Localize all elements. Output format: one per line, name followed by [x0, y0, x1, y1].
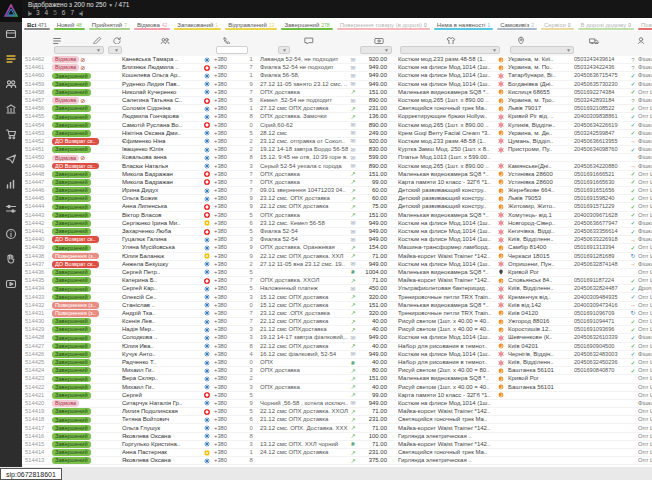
sidebar-item-sliders[interactable] [0, 197, 22, 222]
client-phone[interactable]: +380 [214, 359, 242, 366]
client-phone[interactable]: +380 [214, 416, 242, 423]
order-row[interactable]: 514433ЗавершенийОлексій Се..+380315.12 с… [22, 293, 652, 301]
order-row[interactable]: 514445ЗавершенийОльга Божик+380923.12 см… [22, 195, 652, 203]
status-badge[interactable]: Завершений [52, 277, 91, 284]
ttn-number[interactable]: 0503243422436 [574, 64, 628, 71]
ttn-number[interactable]: 0501691665630 [574, 179, 628, 186]
order-row[interactable]: 514448ЗавершенийМикола Бадражан+3807ОПХ … [22, 171, 652, 179]
client-phone[interactable]: +380 [214, 154, 242, 161]
tab-9[interactable]: Самовивіз2 [495, 18, 539, 31]
status-badge[interactable]: Завершений [52, 441, 91, 448]
order-row[interactable]: 514439ЗавершенийУляна Мусійовська+3809ОП… [22, 244, 652, 252]
order-row[interactable]: 514447ЗавершенийМикола Бадражан+3807ОПХ … [22, 179, 652, 187]
product-filter-select[interactable]: ▼ [400, 46, 500, 54]
ttn-number[interactable]: 20450632824487 [574, 285, 628, 292]
status-badge[interactable]: Завершений [52, 105, 91, 112]
ttn-number[interactable]: 20450634220880 [574, 163, 628, 170]
ttn-number[interactable]: 20450634098760 [574, 146, 628, 153]
tab-all[interactable]: Всі471 [22, 18, 52, 31]
order-row[interactable]: 514421ЗавершенийСергей+3805↗99.00Карта п… [22, 392, 652, 400]
tab-6[interactable]: Завершений278 [279, 18, 334, 31]
status-badge[interactable]: Відмова [52, 155, 79, 162]
order-row[interactable]: 514432Повернення (з..Станіслав ..+380015… [22, 302, 652, 310]
order-row[interactable]: 514423ЗавершенийВера Скляр..+3802↗151.00… [22, 375, 652, 383]
client-phone[interactable]: +380 [214, 302, 242, 309]
client-phone[interactable]: +380 [214, 187, 242, 194]
order-row[interactable]: 514442ЗавершенийСергіюнко Ірина Ми..+380… [22, 220, 652, 228]
status-badge[interactable]: Завершений [52, 195, 91, 202]
city-filter-select[interactable]: ▼ [510, 46, 574, 54]
ttn-number[interactable]: 20450632874148 [574, 261, 628, 268]
first-page-button[interactable]: |« [28, 10, 31, 16]
order-row[interactable]: 514418ЗавершенийТетяна Войтович+380621.1… [22, 416, 652, 424]
client-phone[interactable]: +380 [214, 64, 242, 71]
sidebar-item-dashboard[interactable] [0, 22, 22, 47]
ttn-number[interactable]: 20450632610339 [574, 334, 628, 341]
client-phone[interactable]: +380 [214, 105, 242, 112]
sip-status[interactable]: sip:0672818601 [0, 468, 62, 480]
order-row[interactable]: 514457Відмова⊘Салегина Татьяна С..+3805К… [22, 97, 652, 105]
ttn-number[interactable]: 0501691598240 [574, 195, 628, 202]
status-badge[interactable]: Завершений [52, 286, 91, 293]
ttn-number[interactable]: 20450633356614 [574, 228, 628, 235]
client-phone[interactable]: +380 [214, 203, 242, 210]
order-row[interactable]: 514456ЗавершенийСоломія Сідоніна+380127.… [22, 105, 652, 113]
client-phone[interactable]: +380 [214, 433, 242, 440]
tab-3[interactable]: Відмова42 [132, 18, 172, 31]
client-phone[interactable]: +380 [214, 343, 242, 350]
sidebar-item-hand[interactable] [0, 247, 22, 272]
client-phone[interactable]: +380 [214, 220, 242, 227]
client-phone[interactable]: +380 [214, 89, 242, 96]
client-phone[interactable]: +380 [214, 228, 242, 235]
client-phone[interactable]: +380 [214, 72, 242, 79]
sidebar-item-video[interactable] [0, 272, 22, 297]
client-phone[interactable]: +380 [214, 285, 242, 292]
client-phone[interactable]: +380 [214, 334, 242, 341]
ttn-number[interactable]: 20450635730230 [574, 81, 628, 88]
ttn-number[interactable]: 20450636613955 [574, 138, 628, 145]
client-phone[interactable]: +380 [214, 113, 242, 120]
status-badge[interactable]: Завершений [52, 359, 91, 366]
tab-4[interactable]: Запакований1 [172, 18, 223, 31]
status-badge[interactable]: Відмова [52, 97, 79, 104]
tab-1[interactable]: Новий48 [52, 18, 87, 31]
order-row[interactable]: 514434ЗавершенийСергей Кар..+3805Наложен… [22, 285, 652, 293]
ttn-number[interactable]: 20450632483003 [574, 351, 628, 358]
tab-10[interactable]: Сервіси0 [539, 18, 576, 31]
order-row[interactable]: 514415ЗавершенийГоргулько Кристина..+380… [22, 441, 652, 449]
order-row[interactable]: 514458ЗавершенийНиколай Кучеренко+3807ОП… [22, 89, 652, 97]
order-row[interactable]: 514454ЗавершенийСамотій Руслана Во..+380… [22, 122, 652, 130]
ttn-number[interactable]: 20450633226918 [574, 236, 628, 243]
status-badge[interactable]: Завершений [52, 204, 91, 211]
client-phone[interactable]: +380 [214, 195, 242, 202]
client-phone[interactable]: +380 [214, 425, 242, 432]
client-phone[interactable]: +380 [214, 400, 242, 407]
client-phone[interactable]: +380 [214, 351, 242, 358]
ttn-number[interactable]: 20400309671628 [574, 212, 628, 219]
status-badge[interactable]: Завершений [52, 457, 91, 464]
sidebar-item-clients[interactable] [0, 72, 22, 97]
status-badge[interactable]: Завершений [52, 335, 91, 342]
order-row[interactable]: 514455ЗавершенийЛюдмила Гончарова+3808ОП… [22, 113, 652, 121]
client-phone[interactable]: +380 [214, 318, 242, 325]
client-phone[interactable]: +380 [214, 171, 242, 178]
order-row[interactable]: 514459ЗавершенийРуденко Лидия Пав..+3809… [22, 81, 652, 89]
order-row[interactable]: 514414ЗавершенийАнна Пастернак+380124.12… [22, 449, 652, 457]
status-badge[interactable]: Завершений [52, 245, 91, 252]
order-row[interactable]: 514417ЗавершенийОльга Глушук+380023.12 с… [22, 424, 652, 432]
client-phone[interactable]: +380 [214, 310, 242, 317]
status-badge[interactable]: Завершений [52, 351, 91, 358]
ttn-number[interactable]: 0501692108522 [574, 105, 628, 112]
ttn-number[interactable]: 0501691094471 [574, 318, 628, 325]
app-logo[interactable] [0, 0, 22, 22]
page-button-7[interactable]: 7 [70, 9, 74, 16]
order-row[interactable]: 514461Відмова⊘Близнюк Людмила ..+3807Фиа… [22, 64, 652, 72]
order-row[interactable]: 514460ЗавершенийКошелева Ольга Ар..+3801… [22, 72, 652, 80]
status-badge[interactable]: Відмова [52, 400, 79, 407]
status-badge[interactable]: Завершений [52, 220, 91, 227]
client-phone[interactable]: +380 [214, 375, 242, 382]
ttn-number[interactable]: 20400309473416 [574, 302, 628, 309]
order-row[interactable]: 514422ЗавершенийМихаил Ги..+3803ОПХ дост… [22, 384, 652, 392]
page-button-5[interactable]: 5 [53, 9, 57, 16]
status-badge[interactable]: Завершений [52, 318, 91, 325]
